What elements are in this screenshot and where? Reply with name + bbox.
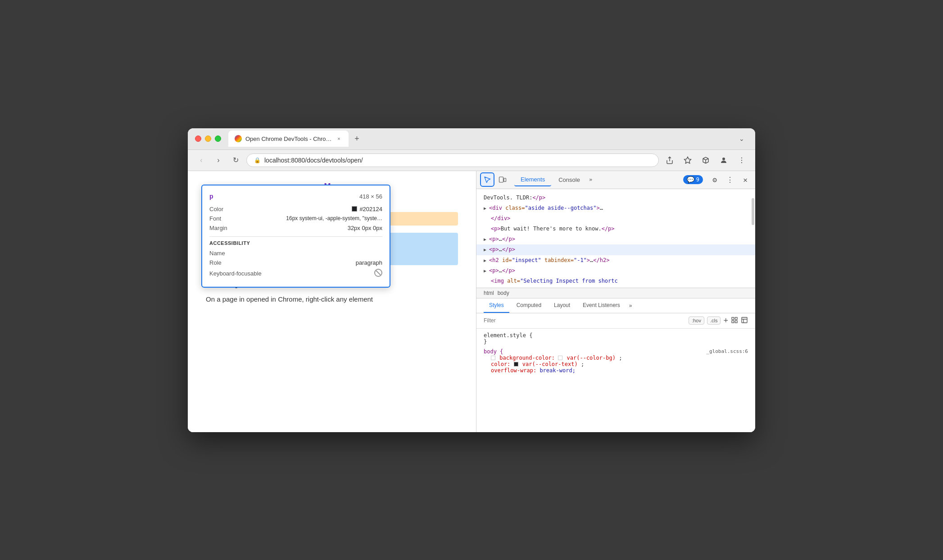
breadcrumb-body[interactable]: body bbox=[498, 290, 509, 296]
svg-rect-7 bbox=[504, 178, 506, 182]
tooltip-font-row: Font 16px system-ui, -apple-system, "sys… bbox=[209, 214, 382, 223]
styles-filter-actions: :hov .cls + bbox=[689, 316, 748, 325]
tab-chevron-icon[interactable]: ⌄ bbox=[739, 135, 748, 142]
styles-content: element.style { } body { _global.scss:6 … bbox=[476, 329, 755, 432]
dom-line[interactable]: <p>But wait! There's more to know.</p> bbox=[476, 224, 755, 234]
svg-rect-12 bbox=[742, 317, 747, 323]
styles-tab-event-listeners[interactable]: Event Listeners bbox=[577, 298, 626, 313]
chat-icon: 💬 bbox=[687, 176, 694, 183]
extension-icon[interactable] bbox=[699, 154, 712, 167]
more-tabs-button[interactable]: » bbox=[587, 175, 594, 185]
css-body-header: body { _global.scss:6 bbox=[484, 348, 748, 355]
svg-rect-6 bbox=[499, 177, 503, 182]
dom-scrollbar[interactable] bbox=[752, 198, 754, 225]
more-options-button[interactable]: ⋮ bbox=[724, 173, 736, 186]
dom-line[interactable]: ▶ <p>…</p> bbox=[476, 234, 755, 244]
css-prop-background[interactable]: background-color: var(--color-bg) ; bbox=[484, 355, 748, 361]
more-options-icon[interactable] bbox=[735, 154, 748, 167]
dom-line[interactable]: </div> bbox=[476, 213, 755, 224]
dom-line[interactable]: ▶ <p>…</p> bbox=[476, 266, 755, 276]
tooltip-color-value: #202124 bbox=[352, 206, 382, 212]
add-style-button[interactable]: + bbox=[723, 316, 728, 325]
styles-filter-bar: :hov .cls + bbox=[476, 313, 755, 329]
dom-line-selected[interactable]: ▶ <p>…</p> bbox=[476, 244, 755, 255]
close-window-button[interactable] bbox=[195, 135, 201, 142]
reload-button[interactable]: ↻ bbox=[229, 154, 242, 167]
tab-elements[interactable]: Elements bbox=[514, 173, 551, 186]
css-prop-overflow[interactable]: overflow-wrap: break-word; bbox=[484, 367, 748, 374]
share-icon[interactable] bbox=[663, 154, 676, 167]
tab-title: Open Chrome DevTools - Chro… bbox=[245, 135, 331, 142]
address-bar: ‹ › ↻ 🔒 localhost:8080/docs/devtools/ope… bbox=[188, 150, 755, 171]
layout-icon-button[interactable] bbox=[741, 316, 748, 325]
tooltip-keyboard-row: Keyboard-focusable bbox=[209, 267, 382, 280]
page-content: p 418 × 56 Color #202124 Font 16px syste… bbox=[188, 171, 476, 432]
dom-line[interactable]: ▶ <h2 id="inspect" tabindex="-1">…</h2> bbox=[476, 255, 755, 266]
styles-tab-computed[interactable]: Computed bbox=[511, 298, 547, 313]
css-closing-brace: } bbox=[484, 339, 748, 345]
tab-console[interactable]: Console bbox=[552, 174, 586, 186]
svg-point-1 bbox=[722, 158, 725, 160]
styles-filter-input[interactable] bbox=[484, 317, 685, 324]
svg-marker-0 bbox=[685, 157, 691, 163]
tooltip-font-value: 16px system-ui, -apple-system, "syste… bbox=[286, 215, 382, 221]
inspect-element-button[interactable] bbox=[480, 172, 494, 187]
styles-panel: Styles Computed Layout Event Listeners »… bbox=[476, 298, 755, 432]
style-icon-button[interactable] bbox=[731, 316, 738, 325]
tab-favicon bbox=[235, 135, 242, 142]
tooltip-color-row: Color #202124 bbox=[209, 204, 382, 214]
tooltip-keyboard-label: Keyboard-focusable bbox=[209, 270, 262, 277]
cls-filter-button[interactable]: .cls bbox=[707, 316, 721, 325]
dom-line[interactable]: ▶ <div class="aside aside--gotchas">… bbox=[476, 203, 755, 213]
browser-window: Open Chrome DevTools - Chro… × + ⌄ ‹ › ↻… bbox=[188, 128, 755, 432]
css-rule-element-style: element.style { } bbox=[484, 332, 748, 345]
bg-color-swatch bbox=[491, 356, 495, 360]
traffic-lights bbox=[195, 135, 221, 142]
css-prop-color[interactable]: color: var(--color-text) ; bbox=[484, 361, 748, 367]
forward-button[interactable]: › bbox=[212, 154, 225, 167]
svg-rect-8 bbox=[732, 317, 734, 320]
console-badge[interactable]: 💬 9 bbox=[683, 175, 703, 184]
breadcrumb-html[interactable]: html bbox=[484, 290, 494, 296]
person-icon[interactable] bbox=[717, 154, 730, 167]
page-paragraph: On a page in opened in Chrome, right-cli… bbox=[206, 294, 458, 305]
dom-line[interactable]: <img alt="Selecting Inspect from shortc bbox=[476, 276, 755, 286]
dom-breadcrumb: html body bbox=[476, 288, 755, 298]
settings-button[interactable]: ⚙ bbox=[708, 173, 721, 186]
toolbar-icons bbox=[663, 154, 748, 167]
tab-close-button[interactable]: × bbox=[335, 135, 342, 142]
dom-tree: DevTools. TLDR:</p> ▶ <div class="aside … bbox=[476, 189, 755, 288]
close-devtools-button[interactable]: ✕ bbox=[739, 173, 752, 186]
tooltip-role-value: paragraph bbox=[356, 259, 382, 266]
tooltip-font-label: Font bbox=[209, 215, 221, 222]
styles-tabs: Styles Computed Layout Event Listeners » bbox=[476, 298, 755, 313]
svg-rect-9 bbox=[735, 317, 737, 320]
minimize-window-button[interactable] bbox=[205, 135, 211, 142]
tooltip-margin-value: 32px 0px 0px bbox=[348, 225, 382, 231]
tooltip-keyboard-value bbox=[374, 269, 382, 278]
back-button[interactable]: ‹ bbox=[195, 154, 208, 167]
svg-point-4 bbox=[741, 162, 742, 163]
main-area: p 418 × 56 Color #202124 Font 16px syste… bbox=[188, 171, 755, 432]
devtools-panel: Elements Console » 💬 9 ⚙ ⋮ ✕ DevTools. T… bbox=[476, 171, 755, 432]
bookmark-icon[interactable] bbox=[681, 154, 694, 167]
lock-icon: 🔒 bbox=[254, 157, 261, 163]
dom-line[interactable]: DevTools. TLDR:</p> bbox=[476, 193, 755, 203]
styles-more-tabs-button[interactable]: » bbox=[627, 299, 634, 312]
styles-tab-styles[interactable]: Styles bbox=[484, 298, 509, 313]
css-rule-body: body { _global.scss:6 background-color: … bbox=[484, 348, 748, 374]
device-toolbar-button[interactable] bbox=[496, 173, 509, 186]
hover-filter-button[interactable]: :hov bbox=[689, 316, 704, 325]
devtools-header: Elements Console » 💬 9 ⚙ ⋮ ✕ bbox=[476, 171, 755, 189]
tooltip-name-label: Name bbox=[209, 250, 225, 257]
active-tab[interactable]: Open Chrome DevTools - Chro… × bbox=[228, 131, 349, 147]
tooltip-dimension: 418 × 56 bbox=[359, 193, 382, 200]
maximize-window-button[interactable] bbox=[215, 135, 221, 142]
tooltip-accessibility-title: ACCESSIBILITY bbox=[209, 240, 382, 246]
url-bar[interactable]: 🔒 localhost:8080/docs/devtools/open/ bbox=[246, 154, 659, 167]
styles-tab-layout[interactable]: Layout bbox=[549, 298, 576, 313]
new-tab-button[interactable]: + bbox=[350, 132, 363, 145]
title-bar: Open Chrome DevTools - Chro… × + ⌄ bbox=[188, 128, 755, 150]
svg-point-3 bbox=[741, 159, 742, 160]
devtools-tabs: Elements Console » bbox=[514, 173, 594, 186]
